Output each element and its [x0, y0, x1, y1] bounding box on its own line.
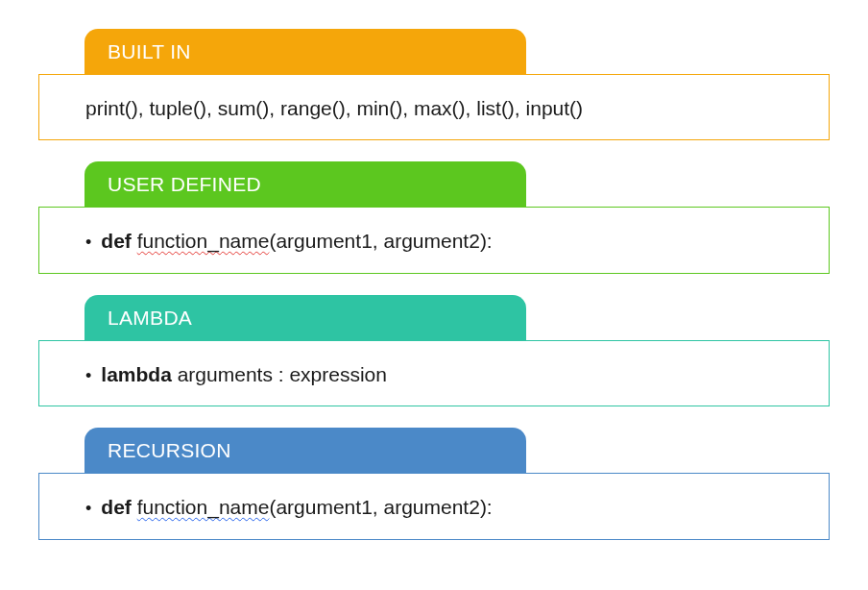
category-content: lambda arguments : expression — [101, 360, 387, 388]
text-part: arguments : expression — [172, 363, 387, 385]
category-body: • lambda arguments : expression — [38, 340, 830, 406]
text-part: (argument1, argument2): — [269, 496, 492, 518]
category-content: def function_name(argument1, argument2): — [101, 227, 492, 255]
category-body: print(), tuple(), sum(), range(), min(),… — [38, 74, 830, 140]
category-body: • def function_name(argument1, argument2… — [38, 207, 830, 273]
category-block-recursion: RECURSION • def function_name(argument1,… — [38, 428, 830, 539]
bullet-icon: • — [85, 499, 91, 519]
text-part: print(), tuple(), sum(), range(), min(),… — [85, 97, 583, 119]
category-title: BUILT IN — [108, 40, 191, 62]
category-title: USER DEFINED — [108, 173, 261, 195]
category-content: print(), tuple(), sum(), range(), min(),… — [85, 94, 583, 122]
category-content-row: print(), tuple(), sum(), range(), min(),… — [85, 94, 806, 122]
text-part: lambda — [101, 363, 172, 385]
category-content-row: • def function_name(argument1, argument2… — [85, 227, 806, 255]
category-block-lambda: LAMBDA • lambda arguments : expression — [38, 295, 830, 406]
bullet-icon: • — [85, 366, 91, 386]
category-content-row: • lambda arguments : expression — [85, 360, 806, 388]
category-title: LAMBDA — [108, 307, 192, 329]
category-body: • def function_name(argument1, argument2… — [38, 473, 830, 539]
category-header: USER DEFINED — [84, 161, 526, 208]
text-part: function_name — [137, 496, 270, 518]
category-content: def function_name(argument1, argument2): — [101, 493, 492, 521]
category-block-builtin: BUILT IN print(), tuple(), sum(), range(… — [38, 29, 830, 140]
category-header: LAMBDA — [84, 295, 526, 341]
category-block-userdefined: USER DEFINED • def function_name(argumen… — [38, 161, 830, 273]
category-header: RECURSION — [84, 428, 526, 474]
category-header: BUILT IN — [84, 29, 526, 75]
bullet-icon: • — [85, 233, 91, 253]
text-part: def — [101, 230, 132, 252]
text-part: function_name — [137, 230, 270, 252]
category-content-row: • def function_name(argument1, argument2… — [85, 493, 806, 521]
text-part: def — [101, 496, 132, 518]
text-part: (argument1, argument2): — [269, 230, 492, 252]
category-title: RECURSION — [108, 439, 231, 461]
